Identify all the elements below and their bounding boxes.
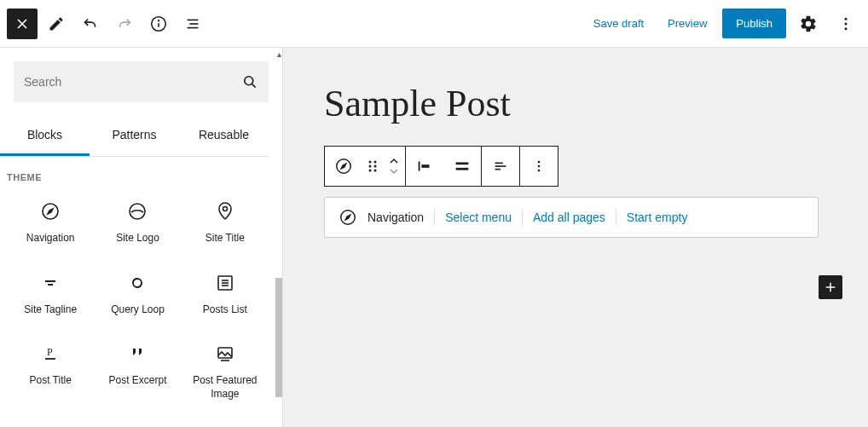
svg-point-8 <box>845 27 848 30</box>
edit-icon[interactable] <box>41 9 72 39</box>
block-type-button[interactable] <box>325 147 362 186</box>
image-icon <box>215 343 235 364</box>
block-more-button[interactable] <box>520 147 558 186</box>
justify-left-button[interactable] <box>406 147 443 186</box>
block-label: Post Featured Image <box>185 374 265 401</box>
post-title-icon: P <box>40 343 61 364</box>
scrollbar-thumb[interactable] <box>275 278 282 397</box>
svg-point-2 <box>159 20 159 20</box>
tab-patterns[interactable]: Patterns <box>90 116 179 156</box>
align-wide-button[interactable] <box>482 147 519 186</box>
navigation-block-placeholder: Navigation Select menu Add all pages Sta… <box>324 197 819 238</box>
add-block-button[interactable] <box>819 275 842 299</box>
svg-text:P: P <box>47 346 53 358</box>
svg-marker-44 <box>345 215 350 220</box>
toolbar-left-group <box>7 9 208 39</box>
svg-point-9 <box>245 77 253 85</box>
publish-button[interactable]: Publish <box>722 9 786 38</box>
tagline-icon <box>40 273 61 293</box>
svg-point-7 <box>845 22 848 25</box>
block-mover[interactable] <box>383 147 405 186</box>
block-site-tagline[interactable]: Site Tagline <box>7 263 94 327</box>
svg-point-41 <box>538 165 541 168</box>
scroll-up-arrow[interactable]: ▴ <box>277 49 281 59</box>
drag-handle[interactable] <box>362 147 383 186</box>
info-button[interactable] <box>143 9 174 39</box>
block-site-logo[interactable]: Site Logo <box>94 191 181 256</box>
svg-point-31 <box>369 170 372 172</box>
svg-marker-26 <box>341 164 346 169</box>
block-site-title[interactable]: Site Title <box>182 191 269 256</box>
svg-line-10 <box>252 84 256 88</box>
block-label: Posts List <box>203 303 247 317</box>
block-label: Site Tagline <box>24 303 77 317</box>
save-draft-button[interactable]: Save draft <box>585 10 652 37</box>
svg-rect-35 <box>456 162 469 164</box>
outline-button[interactable] <box>177 9 208 39</box>
svg-rect-34 <box>421 164 429 168</box>
main-area: ▴ Blocks Patterns Reusable THEME Navigat… <box>0 48 868 427</box>
preview-button[interactable]: Preview <box>659 10 715 37</box>
divider <box>522 209 523 226</box>
search-box[interactable] <box>14 61 269 102</box>
navigation-label: Navigation <box>367 211 424 224</box>
svg-point-30 <box>374 165 377 168</box>
block-post-title[interactable]: P Post Title <box>7 333 94 411</box>
block-label: Post Excerpt <box>108 374 166 388</box>
toolbar-right-group: Save draft Preview Publish <box>585 9 861 39</box>
block-posts-list[interactable]: Posts List <box>182 263 269 327</box>
compass-icon <box>40 201 61 222</box>
block-label: Query Loop <box>111 303 165 317</box>
excerpt-icon <box>127 343 148 364</box>
block-navigation[interactable]: Navigation <box>7 191 94 256</box>
loop-icon <box>127 273 148 293</box>
search-icon <box>241 73 258 90</box>
section-title-theme: THEME <box>7 157 269 191</box>
start-empty-link[interactable]: Start empty <box>627 211 688 224</box>
svg-point-28 <box>374 161 377 164</box>
block-label: Navigation <box>26 232 75 245</box>
editor-canvas[interactable]: Sample Post <box>283 48 868 427</box>
svg-point-14 <box>223 207 227 211</box>
more-options-button[interactable] <box>830 9 861 39</box>
divider <box>616 209 616 226</box>
block-post-featured-image[interactable]: Post Featured Image <box>182 333 269 411</box>
redo-button[interactable] <box>109 9 140 39</box>
undo-button[interactable] <box>75 9 106 39</box>
block-label: Site Logo <box>116 232 159 245</box>
block-post-excerpt[interactable]: Post Excerpt <box>94 333 181 411</box>
post-title[interactable]: Sample Post <box>324 82 834 125</box>
select-menu-link[interactable]: Select menu <box>445 211 512 224</box>
block-inserter-sidebar: ▴ Blocks Patterns Reusable THEME Navigat… <box>0 48 283 427</box>
tab-blocks[interactable]: Blocks <box>0 116 90 156</box>
block-query-loop[interactable]: Query Loop <box>94 263 181 327</box>
svg-point-32 <box>374 170 377 172</box>
tab-reusable[interactable]: Reusable <box>179 116 269 156</box>
pin-icon <box>215 201 235 222</box>
list-icon <box>215 273 235 293</box>
compass-icon <box>339 208 357 227</box>
block-label: Site Title <box>205 232 245 245</box>
close-button[interactable] <box>7 9 38 39</box>
svg-point-6 <box>845 17 848 20</box>
svg-point-40 <box>538 161 541 164</box>
search-input[interactable] <box>24 75 241 89</box>
add-all-pages-link[interactable]: Add all pages <box>533 211 605 224</box>
block-grid: Navigation Site Logo Site Title Site Tag… <box>7 191 269 411</box>
divider <box>434 209 435 226</box>
top-toolbar: Save draft Preview Publish <box>0 0 868 48</box>
svg-point-29 <box>369 165 372 168</box>
logo-icon <box>127 201 148 222</box>
block-toolbar <box>324 146 558 187</box>
svg-rect-36 <box>456 168 469 170</box>
svg-marker-12 <box>48 209 53 214</box>
svg-point-42 <box>538 170 541 172</box>
svg-point-27 <box>369 161 372 164</box>
align-button[interactable] <box>443 147 481 186</box>
inserter-tabs: Blocks Patterns Reusable <box>0 116 269 157</box>
block-label: Post Title <box>29 374 71 388</box>
settings-button[interactable] <box>793 9 824 39</box>
